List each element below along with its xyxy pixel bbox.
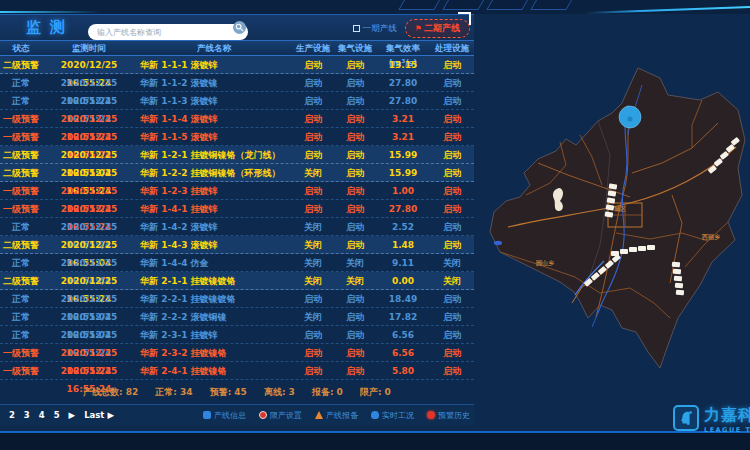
- status-badge: 正常: [0, 74, 42, 91]
- page-button[interactable]: 4: [39, 410, 45, 420]
- legend-item[interactable]: 限产设置: [259, 410, 302, 421]
- production-state: 启动: [292, 128, 334, 145]
- table-row[interactable]: 二级预警 2020/12/25 16:55:24 华新 1-1-1 滚镀锌 启动…: [0, 56, 474, 74]
- gas-state: 关闭: [334, 254, 376, 271]
- search-input[interactable]: [88, 24, 248, 40]
- summary-item: 报备: 0: [312, 383, 343, 401]
- production-state: 启动: [292, 326, 334, 343]
- line-name: 华新 1-1-2 滚镀镍: [136, 74, 292, 91]
- phase2-button[interactable]: ⚑二期产线: [405, 19, 470, 38]
- legend-label: 限产设置: [270, 410, 302, 421]
- production-state: 启动: [292, 74, 334, 91]
- region-map[interactable]: 城区 园山乡 西丽乡: [480, 55, 750, 405]
- treatment-state: 启动: [430, 326, 474, 343]
- table-row[interactable]: 正常 2020/12/25 16:55:24 华新 1-1-2 滚镀镍 启动 启…: [0, 74, 474, 92]
- gas-efficiency: 15.99: [376, 164, 430, 181]
- treatment-state: 启动: [430, 362, 474, 379]
- line-name: 华新 1-4-4 仿金: [136, 254, 292, 271]
- col-status: 状态: [0, 41, 42, 55]
- table-row[interactable]: 正常 2020/12/25 16:55:04 华新 2-2-2 滚镀铜镍 关闭 …: [0, 308, 474, 326]
- page-button[interactable]: Last ▶: [84, 410, 114, 420]
- brand-logo: 力嘉科技 LEAGUE TECH: [673, 405, 750, 434]
- col-gas: 集气设施: [334, 41, 376, 55]
- monitor-time: 2020/12/25 16:55:24: [42, 200, 136, 217]
- logo-en-text: LEAGUE TECH: [704, 426, 750, 434]
- table-row[interactable]: 一级预警 2020/12/25 16:55:24 华新 2-3-2 挂镀镍铬 启…: [0, 344, 474, 362]
- production-state: 启动: [292, 182, 334, 199]
- col-treatment: 处理设施: [430, 41, 474, 55]
- table-row[interactable]: 正常 2020/12/25 16:55:24 华新 1-4-2 滚镀锌 关闭 启…: [0, 218, 474, 236]
- table-row[interactable]: 正常 2020/12/25 16:54:44 华新 1-4-4 仿金 关闭 关闭…: [0, 254, 474, 272]
- legend-item[interactable]: 产线报备: [315, 410, 358, 421]
- page-title: 监测: [26, 18, 74, 37]
- col-efficiency: 集气效率(m³/s): [376, 41, 430, 55]
- phase2-label: 二期产线: [424, 23, 460, 33]
- gas-efficiency: 18.49: [376, 290, 430, 307]
- footer-legend: 产线信息 限产设置 产线报备 实时工况: [203, 410, 470, 421]
- table-row[interactable]: 一级预警 2020/12/25 16:55:24 华新 1-1-4 滚镀锌 启动…: [0, 110, 474, 128]
- treatment-state: 启动: [430, 218, 474, 235]
- monitor-time: 2020/12/25 16:55:04: [42, 146, 136, 163]
- blue-alert-marker[interactable]: [619, 106, 641, 128]
- line-name: 华新 1-1-1 滚镀锌: [136, 56, 292, 73]
- table-row[interactable]: 正常 2020/12/25 16:55:04 华新 2-2-1 挂镀镍镀铬 启动…: [0, 290, 474, 308]
- production-state: 启动: [292, 92, 334, 109]
- status-badge: 正常: [0, 254, 42, 271]
- legend-item[interactable]: 预警历史: [427, 410, 470, 421]
- treatment-state: 启动: [430, 344, 474, 361]
- summary-item: 离线: 3: [264, 383, 295, 401]
- line-name: 华新 1-4-3 滚镀锌: [136, 236, 292, 253]
- gas-efficiency: 6.56: [376, 344, 430, 361]
- page-button[interactable]: 2: [9, 410, 15, 420]
- legend-label: 产线报备: [326, 410, 358, 421]
- monitor-time: 2020/12/25 16:55:24: [42, 182, 136, 199]
- production-state: 关闭: [292, 164, 334, 181]
- monitor-time: 2020/12/25 16:55:04: [42, 308, 136, 325]
- search-icon[interactable]: [233, 21, 246, 34]
- line-name: 华新 2-1-1 挂镀镍镀铬: [136, 272, 292, 289]
- status-badge: 正常: [0, 308, 42, 325]
- gas-efficiency: 27.80: [376, 74, 430, 91]
- pagination: 12345▶Last ▶: [0, 410, 114, 420]
- table-row[interactable]: 正常 2020/12/25 16:55:24 华新 1-1-3 滚镀锌 启动 启…: [0, 92, 474, 110]
- table-row[interactable]: 二级预警 2020/12/25 16:55:04 华新 1-4-3 滚镀锌 关闭…: [0, 236, 474, 254]
- phase-controls: 一期产线 ⚑二期产线: [353, 15, 470, 42]
- gas-state: 关闭: [334, 272, 376, 289]
- table-row[interactable]: 正常 2020/12/25 16:55:24 华新 2-3-1 挂镀锌 启动 启…: [0, 326, 474, 344]
- status-badge: 一级预警: [0, 362, 42, 379]
- treatment-state: 关闭: [430, 254, 474, 271]
- table-row[interactable]: 一级预警 2020/12/25 16:55:24 华新 2-4-1 挂镀镍铬 启…: [0, 362, 474, 380]
- line-name: 华新 2-3-1 挂镀锌: [136, 326, 292, 343]
- gas-state: 启动: [334, 290, 376, 307]
- production-state: 启动: [292, 344, 334, 361]
- page-button[interactable]: 3: [24, 410, 30, 420]
- table-row[interactable]: 一级预警 2020/12/25 16:55:24 华新 1-4-1 挂镀锌 启动…: [0, 200, 474, 218]
- page-button[interactable]: ▶: [69, 410, 76, 420]
- legend-item[interactable]: 产线信息: [203, 410, 246, 421]
- gas-state: 启动: [334, 164, 376, 181]
- table-row[interactable]: 二级预警 2020/12/25 16:55:04 华新 1-2-1 挂镀铜镍铬（…: [0, 146, 474, 164]
- monitor-time: 2020/12/25 16:55:24: [42, 164, 136, 181]
- status-badge: 正常: [0, 218, 42, 235]
- production-state: 启动: [292, 290, 334, 307]
- gas-efficiency: 27.80: [376, 92, 430, 109]
- line-name: 华新 2-2-2 滚镀铜镍: [136, 308, 292, 325]
- phase1-checkbox[interactable]: 一期产线: [353, 23, 397, 35]
- summary-item: 产线总数: 82: [83, 383, 138, 401]
- col-production: 生产设施: [292, 41, 334, 55]
- table-row[interactable]: 二级预警 2020/12/25 16:55:24 华新 1-2-2 挂镀铜镍铬（…: [0, 164, 474, 182]
- legend-item[interactable]: 实时工况: [371, 410, 414, 421]
- line-name: 华新 2-2-1 挂镀镍镀铬: [136, 290, 292, 307]
- page-button[interactable]: 5: [54, 410, 60, 420]
- table-row[interactable]: 一级预警 2020/12/25 16:55:24 华新 1-1-5 滚镀锌 启动…: [0, 128, 474, 146]
- glow-line-left: [0, 11, 100, 13]
- legend-icon: [259, 411, 267, 419]
- table-row[interactable]: 二级预警 2020/12/25 16:55:24 华新 2-1-1 挂镀镍镀铬 …: [0, 272, 474, 290]
- treatment-state: 启动: [430, 74, 474, 91]
- decor-shape: [530, 0, 574, 10]
- gas-efficiency: 1.48: [376, 236, 430, 253]
- gas-state: 启动: [334, 236, 376, 253]
- monitor-time: 2020/12/25 16:55:24: [42, 326, 136, 343]
- table-row[interactable]: 一级预警 2020/12/25 16:55:24 华新 1-2-3 挂镀锌 启动…: [0, 182, 474, 200]
- production-state: 关闭: [292, 272, 334, 289]
